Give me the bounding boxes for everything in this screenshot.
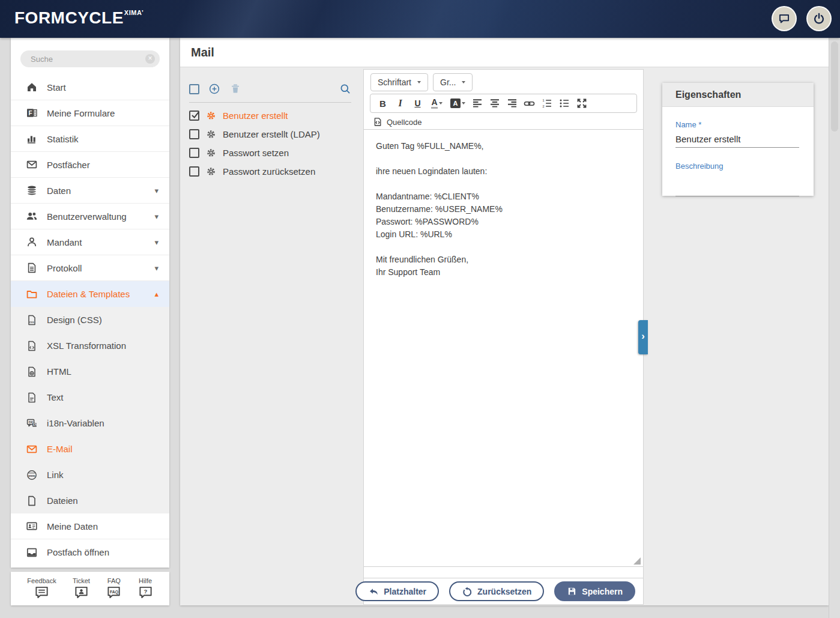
item-checkbox-checked[interactable] [189,111,199,121]
database-icon [25,184,38,196]
select-all-checkbox[interactable] [189,84,199,94]
sidebar-item-label: HTML [47,366,71,377]
align-left-button[interactable] [468,95,486,111]
sidebar-item-label: XSL Transformation [47,341,126,351]
formcycle-app: FORMCYCLEXIMA’ × Start F Meine [0,0,840,618]
sidebar-item-start[interactable]: Start [11,74,169,100]
reset-icon [462,586,473,597]
page-scrollbar[interactable] [829,38,840,618]
align-right-button[interactable] [503,95,521,111]
delete-template-button[interactable] [229,83,241,95]
item-checkbox[interactable] [189,148,199,158]
reply-arrow-icon [368,586,379,597]
template-item-passwort-zuruecksetzen[interactable]: Passwort zurücksetzen [189,162,360,181]
template-item-benutzer-erstellt-ldap[interactable]: Benutzer erstellt (LDAP) [189,125,360,144]
gear-icon[interactable] [206,129,216,139]
sidebar-item-label: Dateien & Templates [47,289,130,299]
feedback-button[interactable]: Feedback [27,577,56,600]
ordered-list-button[interactable]: 12 [538,95,555,111]
sidebar-item-html[interactable]: HTML [11,359,169,384]
gear-icon[interactable] [206,111,216,121]
main-area: Mail Benutzer erstellt Benutzer erstellt… [180,38,829,605]
feedback-chat-button[interactable] [772,6,797,31]
insert-link-button[interactable] [521,95,538,111]
svg-text:1: 1 [542,98,544,102]
scrollbar-thumb[interactable] [831,41,838,132]
sidebar-item-protokoll[interactable]: Protokoll ▾ [11,255,169,281]
resize-handle[interactable] [633,557,641,565]
page-title: Mail [191,46,214,59]
chevron-down-icon: ▾ [154,212,159,221]
sidebar-item-xsl-transformation[interactable]: XSL Transformation [11,333,169,359]
placeholder-button[interactable]: Platzhalter [355,581,439,601]
template-item-passwort-setzen[interactable]: Passwort setzen [189,144,360,162]
reset-button[interactable]: Zurücksetzen [449,581,544,601]
chevron-down-icon: ▾ [154,238,159,247]
sidebar-item-label: Meine Daten [47,521,98,532]
bar-chart-icon [25,133,38,145]
italic-icon: I [398,98,402,109]
sidebar-item-mandant[interactable]: Mandant ▾ [11,229,169,255]
feedback-bubble-icon [34,585,49,600]
align-right-icon [507,98,518,109]
template-item-benutzer-erstellt[interactable]: Benutzer erstellt [189,106,360,125]
faq-button[interactable]: FAQ FAQ [106,577,121,600]
file-icon [25,495,38,507]
font-family-dropdown[interactable]: Schriftart [370,73,428,91]
sidebar-item-design-css[interactable]: css Design (CSS) [11,307,169,333]
description-field[interactable] [675,179,799,196]
sidebar-item-label: Mandant [47,237,82,247]
mail-body-editor[interactable]: Guten Tag %FULL_NAME%, ihre neuen Logind… [364,127,643,567]
chevron-down-icon: ▾ [154,186,159,195]
sidebar: × Start F Meine Formulare Statistik Post… [11,38,169,568]
font-family-label: Schriftart [378,77,411,87]
i18n-translate-icon: DEEN [25,417,38,429]
item-checkbox[interactable] [189,166,199,177]
italic-button[interactable]: I [391,95,409,111]
search-templates-button[interactable] [339,83,351,95]
bullet-list-button[interactable] [555,95,573,111]
sidebar-item-i18n-variablen[interactable]: DEEN i18n-Variablen [11,410,169,436]
sidebar-item-daten[interactable]: Daten ▾ [11,178,169,204]
sidebar-item-benutzerverwaltung[interactable]: Benutzerverwaltung ▾ [11,204,169,229]
sidebar-item-statistik[interactable]: Statistik [11,126,169,152]
background-color-button[interactable]: A [447,95,468,111]
help-button[interactable]: Hilfe ? [138,577,153,600]
sidebar-item-text[interactable]: Text [11,384,169,410]
sidebar-item-dateien[interactable]: Dateien [11,488,169,513]
sidebar-search: × [20,50,160,67]
sidebar-item-postfach-oeffnen[interactable]: Postfach öffnen [11,539,169,565]
sidebar-item-email[interactable]: E-Mail [11,436,169,462]
underline-button[interactable]: U [409,95,426,111]
name-field[interactable] [675,130,799,148]
sidebar-item-meine-daten[interactable]: Meine Daten [11,513,169,539]
bold-icon: B [379,98,386,109]
bold-button[interactable]: B [374,95,391,111]
sidebar-item-meine-formulare[interactable]: F Meine Formulare [11,100,169,126]
item-checkbox[interactable] [189,129,199,139]
font-size-label: Gr... [440,77,456,87]
mail-editor-panel: Schriftart Gr... B I U A A [363,69,644,605]
logout-button[interactable] [806,6,832,31]
gear-icon[interactable] [206,148,216,158]
gear-icon[interactable] [206,166,216,177]
svg-text:F: F [29,110,32,117]
font-size-dropdown[interactable]: Gr... [433,73,473,91]
save-button[interactable]: Speichern [554,581,635,601]
maximize-button[interactable] [573,95,590,111]
sidebar-item-label: E-Mail [47,444,73,454]
users-icon [25,210,38,222]
align-center-button[interactable] [486,95,503,111]
sidebar-item-dateien-templates[interactable]: Dateien & Templates ▴ [11,281,169,307]
bullet-list-icon [559,98,570,109]
add-template-button[interactable] [208,83,220,95]
search-clear-icon[interactable]: × [145,54,155,64]
sidebar-item-postfaecher[interactable]: Postfächer [11,152,169,178]
text-color-button[interactable]: A [426,95,447,111]
ticket-button[interactable]: Ticket [73,577,90,600]
logo-text: FORMCYCLE [14,8,124,27]
sidebar-item-label: Postfach öffnen [47,547,109,557]
collapse-panel-handle[interactable]: › [638,320,648,354]
sidebar-item-link[interactable]: www Link [11,462,169,488]
search-input[interactable] [20,50,160,67]
